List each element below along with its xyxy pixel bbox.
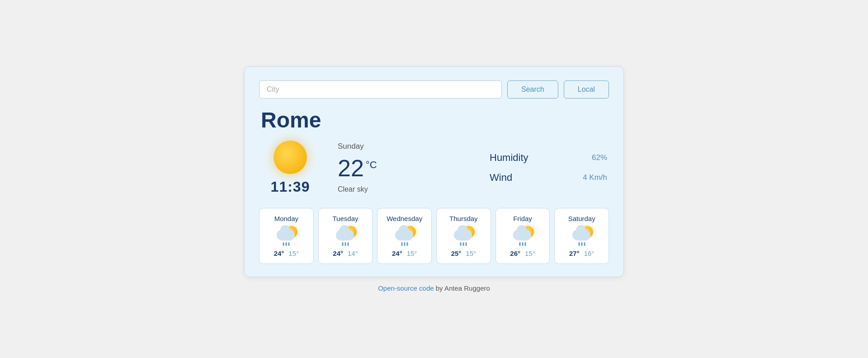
forecast-cloud-icon (572, 230, 590, 240)
forecast-temp-high: 27° (569, 250, 580, 257)
open-source-link[interactable]: Open-source code (378, 284, 434, 292)
forecast-card: Friday 26°15° (495, 208, 550, 264)
humidity-row: Humidity 62% (490, 152, 607, 164)
weather-icon-block: 11:39 (261, 141, 320, 195)
forecast-row: Monday 24°15°Tuesday 24°14°Wednesday (259, 208, 609, 264)
local-button[interactable]: Local (564, 80, 609, 99)
forecast-card: Monday 24°15° (259, 208, 314, 264)
wind-row: Wind 4 Km/h (490, 172, 607, 184)
forecast-temp-low: 14° (348, 250, 358, 257)
wind-value: 4 Km/h (583, 173, 607, 182)
forecast-rain-icon (519, 242, 526, 246)
current-weather: 11:39 Sunday 22 °C Clear sky Humidity 62… (259, 141, 609, 195)
temperature-display: 22 °C (338, 155, 377, 182)
forecast-temp-high: 25° (451, 250, 462, 257)
forecast-cloud-icon (513, 230, 531, 240)
forecast-day: Saturday (568, 215, 595, 222)
forecast-temp-high: 24° (333, 250, 343, 257)
forecast-rain-icon (342, 242, 349, 246)
forecast-temp-low: 16° (584, 250, 594, 257)
forecast-day: Tuesday (333, 215, 359, 222)
forecast-temps: 24°15° (274, 250, 299, 257)
forecast-icon (570, 226, 594, 246)
forecast-icon (510, 226, 535, 246)
forecast-day: Monday (274, 215, 298, 222)
wind-label: Wind (490, 172, 512, 184)
day-label: Sunday (338, 142, 377, 151)
forecast-icon (392, 226, 417, 246)
forecast-temp-high: 26° (510, 250, 520, 257)
forecast-day: Wednesday (387, 215, 422, 222)
forecast-icon (451, 226, 476, 246)
forecast-temp-low: 15° (466, 250, 476, 257)
humidity-label: Humidity (490, 152, 528, 164)
temp-block: Sunday 22 °C Clear sky (338, 142, 377, 193)
forecast-temp-high: 24° (392, 250, 402, 257)
footer-by: by Antea Ruggero (434, 284, 490, 292)
forecast-icon (274, 226, 298, 246)
forecast-temp-low: 15° (407, 250, 417, 257)
forecast-rain-icon (578, 242, 585, 246)
condition-label: Clear sky (338, 185, 377, 193)
forecast-card: Saturday 27°16° (554, 208, 609, 264)
search-button[interactable]: Search (507, 80, 558, 99)
forecast-temps: 27°16° (569, 250, 594, 257)
humidity-wind-block: Humidity 62% Wind 4 Km/h (490, 152, 607, 184)
forecast-cloud-icon (336, 230, 354, 240)
forecast-temps: 25°15° (451, 250, 476, 257)
forecast-cloud-icon (454, 230, 472, 240)
forecast-temps: 24°14° (333, 250, 358, 257)
sun-icon (274, 141, 307, 174)
time-display: 11:39 (271, 179, 310, 195)
forecast-cloud-icon (395, 230, 413, 240)
forecast-temp-low: 15° (288, 250, 299, 257)
forecast-rain-icon (283, 242, 290, 246)
weather-app: Search Local Rome 11:39 Sunday 22 °C Cle… (244, 66, 624, 277)
forecast-temps: 26°15° (510, 250, 535, 257)
footer: Open-source code by Antea Ruggero (378, 284, 490, 292)
forecast-card: Tuesday 24°14° (318, 208, 373, 264)
forecast-temp-high: 24° (274, 250, 284, 257)
top-bar: Search Local (259, 80, 609, 99)
forecast-icon (333, 226, 358, 246)
forecast-rain-icon (401, 242, 408, 246)
forecast-day: Thursday (449, 215, 478, 222)
forecast-rain-icon (460, 242, 467, 246)
temp-number: 22 (338, 155, 364, 182)
forecast-card: Wednesday 24°15° (377, 208, 432, 264)
forecast-temp-low: 15° (525, 250, 535, 257)
city-input[interactable] (259, 80, 502, 99)
temp-unit: °C (366, 159, 377, 171)
forecast-temps: 24°15° (392, 250, 417, 257)
city-name: Rome (261, 108, 609, 132)
forecast-day: Friday (513, 215, 532, 222)
humidity-value: 62% (592, 153, 607, 162)
forecast-cloud-icon (277, 230, 295, 240)
forecast-card: Thursday 25°15° (436, 208, 491, 264)
